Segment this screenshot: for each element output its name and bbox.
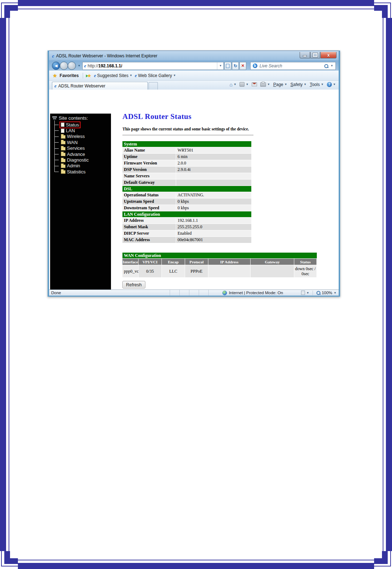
folder-icon <box>61 141 66 144</box>
zoom-icon[interactable] <box>316 291 320 295</box>
sidebar-item-diagnostic[interactable]: Diagnostic <box>54 157 111 163</box>
sidebar-item-wireless[interactable]: Wireless <box>54 134 111 139</box>
suggested-sites-button[interactable]: e Suggested Sites ▼ <box>94 73 132 78</box>
status-bar: Done Internet | Protected Mode: On ▼ 100… <box>49 290 339 296</box>
row-label: Uptime <box>122 154 176 160</box>
recent-pages-dropdown[interactable]: ▼ <box>78 64 81 67</box>
compatibility-view-button[interactable] <box>224 62 231 70</box>
zoom-dropdown[interactable]: ▼ <box>334 291 337 295</box>
table-row: DHCP ServerEnabled <box>122 230 251 237</box>
row-value <box>176 173 251 179</box>
wan-column-header-row: InterfaceVPI/VCIEncapProtocolIP AddressG… <box>122 259 317 265</box>
table-row: Upstream Speed0 kbps <box>122 199 251 205</box>
refresh-button[interactable]: Refresh <box>122 281 145 288</box>
sidebar-item-label: Status <box>66 122 79 128</box>
sidebar-item-services[interactable]: Services <box>54 145 111 151</box>
sidebar-item-advance[interactable]: Advance <box>54 151 111 157</box>
title-bar[interactable]: e ADSL Router Webserver - Windows Intern… <box>49 51 339 61</box>
print-button[interactable]: ▼ <box>260 82 270 87</box>
cell: LLC <box>162 265 185 277</box>
new-tab-button[interactable] <box>149 82 158 90</box>
tools-menu[interactable]: Tools▼ <box>310 82 324 87</box>
row-value: 255.255.255.0 <box>176 224 251 230</box>
mail-icon <box>252 82 257 86</box>
sidebar-item-label: Advance <box>67 152 85 157</box>
refresh-page-button[interactable]: ↻ <box>232 62 239 70</box>
divider <box>122 135 253 135</box>
feeds-button[interactable]: ▼ <box>239 82 248 87</box>
wan-table: WAN Configuration InterfaceVPI/VCIEncapP… <box>122 253 317 277</box>
web-slice-gallery-button[interactable]: e Web Slice Gallery ▼ <box>135 73 176 78</box>
page-border-right <box>386 18 392 551</box>
compatibility-view-icon <box>226 64 229 68</box>
minimize-button[interactable] <box>300 52 310 58</box>
back-button[interactable]: ◀ <box>52 62 60 70</box>
page-favicon-icon: e <box>84 63 86 69</box>
tab-bar: e ADSL Router Webserver ⌂▼ ▼ ▼ Page▼ Saf… <box>49 81 339 90</box>
window-glass: e ADSL Router Webserver - Windows Intern… <box>49 51 339 71</box>
page-icon <box>61 129 64 133</box>
chevron-down-icon: ▼ <box>130 74 132 77</box>
sidebar-item-lan[interactable]: LAN <box>54 128 111 133</box>
row-value: 00e04c867001 <box>176 237 251 243</box>
maximize-button[interactable] <box>310 52 320 58</box>
row-value: 0 kbps <box>176 199 251 205</box>
row-label: MAC Address <box>122 237 176 243</box>
row-label: Subnet Mask <box>122 224 176 230</box>
column-header: Encap <box>162 259 185 265</box>
chevron-down-icon[interactable]: ▼ <box>306 291 309 295</box>
read-mail-button[interactable] <box>252 82 257 86</box>
table-row: Operational StatusACTIVATING. <box>122 192 251 199</box>
table-row: Uptime6 min <box>122 154 251 160</box>
table-row: Downstream Speed0 kbps <box>122 205 251 211</box>
favorites-button[interactable]: Favorites <box>60 73 79 78</box>
row-value: 192.168.1.1 <box>176 217 251 224</box>
search-icon[interactable] <box>324 64 328 68</box>
row-label: DSP Version <box>122 167 176 173</box>
page-border-bottom <box>18 563 374 569</box>
sidebar-item-admin[interactable]: Admin <box>54 163 111 169</box>
search-input[interactable]: b Live Search ▼ <box>250 62 336 70</box>
home-button[interactable]: ⌂▼ <box>229 82 236 87</box>
command-bar: ⌂▼ ▼ ▼ Page▼ Safety▼ Tools▼ ?▼ <box>229 80 336 90</box>
suggested-sites-label: Suggested Sites <box>97 73 128 78</box>
page-border-left <box>0 18 6 551</box>
close-icon: x <box>327 53 330 58</box>
add-favorite-icon[interactable]: ★ <box>87 73 92 78</box>
row-value: 2.9.0.4i <box>176 167 251 173</box>
column-header: Gateway <box>251 259 294 265</box>
search-dropdown[interactable]: ▼ <box>330 64 333 67</box>
stop-button[interactable]: ✕ <box>239 62 246 70</box>
row-value: 0 kbps <box>176 205 251 211</box>
address-field[interactable]: e http://192.168.1.1/ ▼ <box>82 62 224 70</box>
address-dropdown[interactable]: ▼ <box>217 62 222 70</box>
folder-icon <box>61 153 66 156</box>
row-label: DHCP Server <box>122 230 176 236</box>
tab-adsl-router-webserver[interactable]: e ADSL Router Webserver <box>52 82 148 90</box>
cell: down 0sec / 0sec <box>294 265 317 277</box>
page-menu[interactable]: Page▼ <box>273 82 287 87</box>
page-border-corner-tl <box>0 0 18 18</box>
table-row: DSP Version2.9.0.4i <box>122 167 251 173</box>
row-label: IP Address <box>122 217 176 224</box>
sidebar-item-wan[interactable]: WAN <box>54 139 111 145</box>
wan-table-header: WAN Configuration <box>122 253 317 259</box>
page-title: ADSL Router Status <box>122 112 330 121</box>
security-zone: Internet | Protected Mode: On <box>222 291 301 295</box>
statusbar-page-icon[interactable] <box>301 291 305 295</box>
safety-menu[interactable]: Safety▼ <box>290 82 306 87</box>
cell <box>251 265 294 277</box>
chevron-down-icon: ▼ <box>173 74 176 77</box>
divider <box>313 291 313 295</box>
page-description: This page shows the current status and s… <box>122 127 330 131</box>
folder-icon <box>61 147 66 150</box>
help-menu[interactable]: ?▼ <box>327 82 336 87</box>
sidebar-item-statistics[interactable]: Statistics <box>54 169 111 174</box>
table-row: IP Address192.168.1.1 <box>122 217 251 224</box>
sidebar-title: Site contents: <box>59 115 88 121</box>
row-label: Firmware Version <box>122 160 176 166</box>
sidebar-item-status[interactable]: Status <box>54 122 111 128</box>
close-button[interactable]: x <box>320 52 337 58</box>
zoom-level: 100% <box>322 291 332 295</box>
row-label: Alias Name <box>122 147 176 153</box>
